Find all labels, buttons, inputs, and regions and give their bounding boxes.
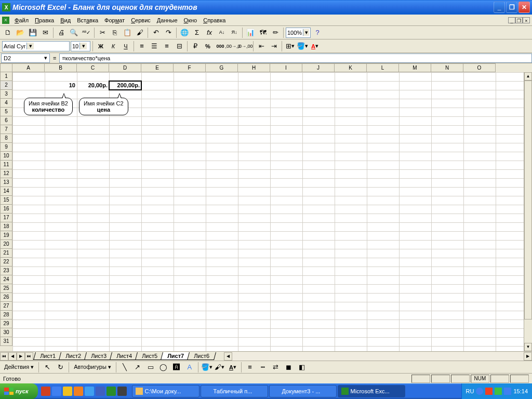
tray-icon[interactable] bbox=[504, 388, 511, 395]
font-color-button[interactable]: A▾ bbox=[309, 41, 321, 52]
row-header-1[interactable]: 1 bbox=[0, 72, 12, 81]
sheet-tab-Лист2[interactable]: Лист2 bbox=[59, 352, 88, 360]
column-header-N[interactable]: N bbox=[431, 63, 463, 72]
cells-area[interactable]: Имя ячейки В2 количество Имя ячейки С2 ц… bbox=[12, 72, 532, 351]
underline-button[interactable]: Ч bbox=[120, 41, 131, 52]
tray-icon[interactable] bbox=[476, 388, 483, 395]
column-header-F[interactable]: F bbox=[174, 63, 206, 72]
row-header-6[interactable]: 6 bbox=[0, 116, 12, 125]
cell-C2[interactable]: 20,00р. bbox=[77, 81, 109, 90]
ql-icon[interactable] bbox=[63, 387, 72, 396]
sheet-tab-Лист6[interactable]: Лист6 bbox=[187, 352, 216, 360]
row-header-10[interactable]: 10 bbox=[0, 152, 12, 161]
sheet-nav-last[interactable]: ⏭ bbox=[25, 352, 33, 361]
column-header-G[interactable]: G bbox=[206, 63, 238, 72]
ql-icon[interactable] bbox=[52, 387, 61, 396]
fill-color-button[interactable]: 🪣▾ bbox=[297, 41, 308, 52]
line-button[interactable]: ╲ bbox=[119, 362, 130, 373]
select-objects-button[interactable]: ↖ bbox=[42, 362, 53, 373]
row-header-21[interactable]: 21 bbox=[0, 249, 12, 258]
menu-window[interactable]: Окно bbox=[181, 16, 201, 24]
sheet-tab-Лист4[interactable]: Лист4 bbox=[110, 352, 139, 360]
row-header-19[interactable]: 19 bbox=[0, 231, 12, 240]
merge-center-button[interactable]: ⊟ bbox=[174, 41, 185, 52]
task-button[interactable]: С:\Мои доку... bbox=[132, 385, 200, 397]
horizontal-scrollbar[interactable]: ◀ ▶ bbox=[224, 352, 532, 361]
shadow-button[interactable]: ◼ bbox=[283, 362, 295, 373]
hscroll-left[interactable]: ◀ bbox=[224, 352, 232, 361]
wordart-button[interactable]: A bbox=[184, 362, 195, 373]
autosum-button[interactable]: Σ bbox=[191, 27, 203, 38]
task-button[interactable]: Документ3 - ... bbox=[269, 385, 337, 397]
menu-edit[interactable]: Правка bbox=[32, 16, 57, 24]
row-header-13[interactable]: 13 bbox=[0, 178, 12, 187]
chart-button[interactable]: 📊 bbox=[245, 27, 256, 38]
column-header-A[interactable]: A bbox=[12, 63, 45, 72]
menu-file[interactable]: Файл bbox=[11, 16, 32, 24]
sort-desc-button[interactable]: Я↓ bbox=[229, 27, 240, 38]
draw-actions-menu[interactable]: Действия ▾ bbox=[2, 364, 36, 370]
ql-icon[interactable] bbox=[96, 387, 105, 396]
align-left-button[interactable]: ≡ bbox=[136, 41, 148, 52]
dash-style-button[interactable]: ┅ bbox=[257, 362, 269, 373]
percent-button[interactable]: % bbox=[202, 41, 214, 52]
menu-data[interactable]: Данные bbox=[154, 16, 181, 24]
row-header-16[interactable]: 16 bbox=[0, 205, 12, 214]
sort-asc-button[interactable]: А↓ bbox=[216, 27, 228, 38]
tray-icon[interactable] bbox=[485, 388, 493, 395]
row-header-12[interactable]: 12 bbox=[0, 169, 12, 178]
bold-button[interactable]: Ж bbox=[95, 41, 107, 52]
formula-input[interactable]: =количество*цена bbox=[59, 54, 532, 63]
row-header-23[interactable]: 23 bbox=[0, 267, 12, 275]
autoshapes-menu[interactable]: Автофигуры ▾ bbox=[72, 364, 113, 370]
sheet-tab-Лист7[interactable]: Лист7 bbox=[161, 352, 191, 360]
zoom-combo[interactable]: 100%▾ bbox=[286, 28, 311, 38]
textbox-button[interactable]: 🅰 bbox=[171, 362, 182, 373]
language-indicator[interactable]: RU bbox=[466, 388, 474, 394]
row-header-15[interactable]: 15 bbox=[0, 196, 12, 205]
sheet-nav-first[interactable]: ⏮ bbox=[0, 352, 8, 361]
column-header-H[interactable]: H bbox=[238, 63, 270, 72]
hyperlink-button[interactable]: 🌐 bbox=[179, 27, 190, 38]
row-header-11[interactable]: 11 bbox=[0, 161, 12, 169]
column-header-K[interactable]: K bbox=[335, 63, 367, 72]
mdi-minimize[interactable]: _ bbox=[508, 17, 515, 23]
vertical-scrollbar[interactable]: ▲ ▼ bbox=[524, 72, 532, 351]
row-header-30[interactable]: 30 bbox=[0, 328, 12, 337]
row-header-28[interactable]: 28 bbox=[0, 311, 12, 320]
clock[interactable]: 15:14 bbox=[513, 388, 528, 394]
ql-icon[interactable] bbox=[107, 387, 116, 396]
column-header-I[interactable]: I bbox=[270, 63, 302, 72]
spelling-button[interactable]: ᴬᴮ✓ bbox=[81, 27, 92, 38]
column-header-M[interactable]: M bbox=[399, 63, 431, 72]
row-header-18[interactable]: 18 bbox=[0, 222, 12, 231]
align-right-button[interactable]: ≡ bbox=[161, 41, 172, 52]
undo-button[interactable]: ↶ bbox=[150, 27, 162, 38]
email-button[interactable]: ✉ bbox=[39, 27, 51, 38]
paste-button[interactable]: 📋 bbox=[122, 27, 133, 38]
minimize-button[interactable]: _ bbox=[494, 2, 505, 13]
menu-format[interactable]: Формат bbox=[101, 16, 128, 24]
ql-icon[interactable] bbox=[117, 387, 127, 396]
row-header-17[interactable]: 17 bbox=[0, 214, 12, 222]
font-color-draw-button[interactable]: А▾ bbox=[227, 362, 238, 373]
column-header-D[interactable]: D bbox=[109, 63, 141, 72]
sheet-tab-Лист1[interactable]: Лист1 bbox=[33, 352, 62, 360]
increase-decimal-button[interactable]: ,00→,0 bbox=[227, 41, 238, 52]
sheet-nav-prev[interactable]: ◀ bbox=[8, 352, 17, 361]
fill-button[interactable]: 🪣▾ bbox=[201, 362, 212, 373]
drawing-button[interactable]: ✏ bbox=[270, 27, 281, 38]
increase-indent-button[interactable]: ⇥ bbox=[268, 41, 280, 52]
map-button[interactable]: 🗺 bbox=[257, 27, 269, 38]
column-header-O[interactable]: O bbox=[463, 63, 496, 72]
preview-button[interactable]: 🔍 bbox=[68, 27, 79, 38]
row-header-26[interactable]: 26 bbox=[0, 293, 12, 302]
row-header-2[interactable]: 2 bbox=[0, 81, 12, 90]
ql-icon[interactable] bbox=[85, 387, 94, 396]
row-header-4[interactable]: 4 bbox=[0, 99, 12, 108]
comma-button[interactable]: 000 bbox=[215, 41, 226, 52]
borders-button[interactable]: ⊞▾ bbox=[284, 41, 296, 52]
copy-button[interactable]: ⎘ bbox=[109, 27, 121, 38]
hscroll-right[interactable]: ▶ bbox=[524, 352, 532, 361]
decrease-decimal-button[interactable]: ,0→,00 bbox=[240, 41, 251, 52]
